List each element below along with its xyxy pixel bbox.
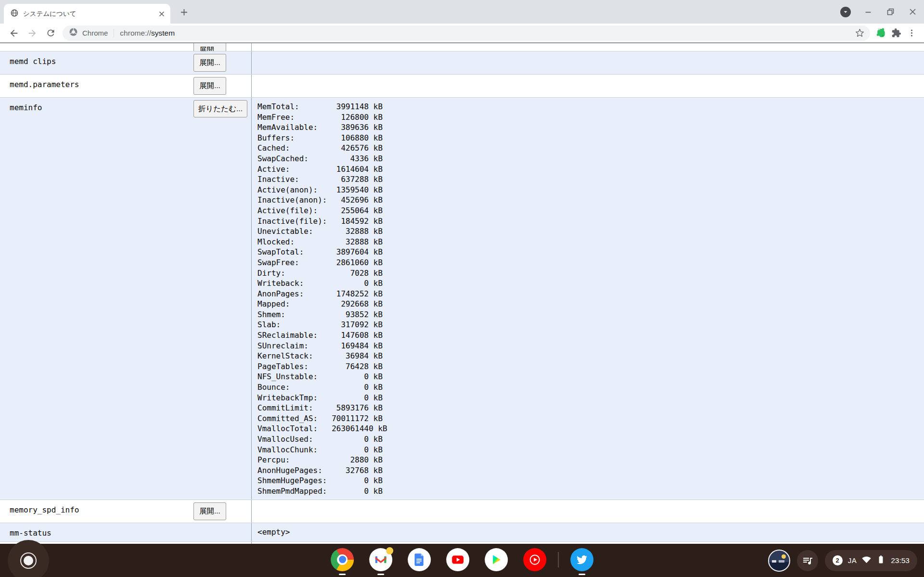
- shelf-app-play[interactable]: [485, 548, 508, 571]
- omnibox[interactable]: Chrome chrome://system: [63, 26, 870, 41]
- notification-count-badge: 2: [833, 555, 843, 565]
- launcher-button[interactable]: [8, 540, 49, 577]
- youtube-icon: [446, 548, 469, 571]
- row-value: [251, 500, 924, 523]
- row-button-cell: 展開...: [189, 500, 251, 523]
- expand-button[interactable]: 展開...: [193, 77, 226, 95]
- omnibox-divider: [114, 29, 114, 38]
- shelf-app-gmail[interactable]: [369, 548, 392, 571]
- meminfo-value: MemTotal: 3991148 kB MemFree: 126800 kB …: [251, 98, 924, 500]
- reload-button[interactable]: [41, 25, 60, 41]
- expand-button[interactable]: 展開...: [193, 502, 226, 520]
- url-text: chrome://system: [120, 29, 175, 38]
- row-key: [0, 43, 189, 51]
- tab-strip: システムについて: [0, 0, 924, 24]
- clock: 23:53: [891, 556, 910, 565]
- expand-button[interactable]: 展開...: [193, 43, 226, 51]
- row-button-cell: 折りたたむ...: [189, 98, 251, 500]
- site-label: Chrome: [82, 29, 108, 37]
- shelf-apps: [331, 548, 593, 571]
- url-host: system: [151, 29, 175, 37]
- tab-title: システムについて: [23, 10, 157, 18]
- system-table: 展開...memd clips展開...memd.parameters展開...…: [0, 43, 924, 544]
- media-album-art[interactable]: [768, 550, 790, 572]
- expand-button[interactable]: 展開...: [193, 54, 226, 72]
- docs-icon: [408, 548, 431, 571]
- table-row: memd clips展開...: [0, 51, 924, 74]
- row-key: memd.parameters: [0, 75, 189, 97]
- row-value: [251, 51, 924, 74]
- tab-search-button[interactable]: [840, 7, 851, 17]
- row-key: memd clips: [0, 51, 189, 74]
- chrome-site-icon: [69, 28, 77, 38]
- tab-system-about[interactable]: システムについて: [4, 4, 170, 24]
- forward-button[interactable]: [23, 25, 41, 41]
- play-icon: [485, 548, 508, 571]
- twitter-icon: [570, 548, 593, 571]
- table-row: 展開...: [0, 43, 924, 51]
- tab-close-icon[interactable]: [157, 9, 167, 19]
- row-value: [251, 75, 924, 97]
- table-row: mm-status<empty>: [0, 523, 924, 541]
- browser-window: システムについて: [0, 0, 924, 577]
- row-value: <empty>: [251, 523, 924, 541]
- shelf-app-docs[interactable]: [408, 548, 431, 571]
- shelf-app-twitter[interactable]: [570, 548, 593, 571]
- shelf-app-youtube[interactable]: [446, 548, 469, 571]
- row-key: meminfo: [0, 98, 189, 500]
- ytmusic-icon: [523, 548, 546, 571]
- wifi-icon: [862, 555, 871, 566]
- chrome-icon: [331, 548, 354, 571]
- row-button-cell: 展開...: [189, 51, 251, 74]
- globe-favicon-icon: [11, 9, 18, 19]
- table-row: meminfo折りたたむ...MemTotal: 3991148 kB MemF…: [0, 97, 924, 500]
- chromeos-shelf: 2 JA 23:53: [0, 544, 924, 577]
- shelf-app-chrome[interactable]: [331, 548, 354, 571]
- row-button-cell: 展開...: [189, 43, 251, 51]
- evernote-extension-icon[interactable]: [873, 26, 888, 41]
- row-key: memory_spd_info: [0, 500, 189, 523]
- row-key: mm-status: [0, 523, 189, 541]
- minimize-button[interactable]: [863, 7, 873, 17]
- close-window-button[interactable]: [908, 7, 917, 17]
- bookmark-star-icon[interactable]: [852, 26, 867, 41]
- extensions-puzzle-icon[interactable]: [888, 26, 904, 41]
- battery-icon: [876, 555, 886, 566]
- table-row: memory_spd_info展開...: [0, 500, 924, 523]
- browser-toolbar: Chrome chrome://system: [0, 24, 924, 43]
- window-controls: [840, 0, 917, 24]
- row-button-cell: 展開...: [189, 75, 251, 97]
- collapse-button[interactable]: 折りたたむ...: [193, 100, 247, 117]
- gmail-icon: [369, 548, 392, 571]
- status-tray[interactable]: 2 JA 23:53: [825, 550, 917, 571]
- launcher-icon: [20, 552, 37, 569]
- back-button[interactable]: [5, 25, 23, 41]
- table-row: memd.parameters展開...: [0, 74, 924, 97]
- new-tab-button[interactable]: [177, 5, 191, 19]
- url-scheme: chrome://: [120, 29, 151, 37]
- queue-music-icon: [802, 555, 813, 566]
- shelf-divider: [558, 552, 559, 567]
- browser-menu-icon[interactable]: [904, 26, 919, 41]
- status-area: 2 JA 23:53: [768, 550, 917, 572]
- input-language-indicator: JA: [848, 556, 857, 564]
- shelf-app-ytmusic[interactable]: [523, 548, 546, 571]
- row-button-cell: [189, 523, 251, 541]
- restore-button[interactable]: [886, 7, 895, 17]
- media-controls-button[interactable]: [797, 550, 818, 571]
- row-value: [251, 43, 924, 51]
